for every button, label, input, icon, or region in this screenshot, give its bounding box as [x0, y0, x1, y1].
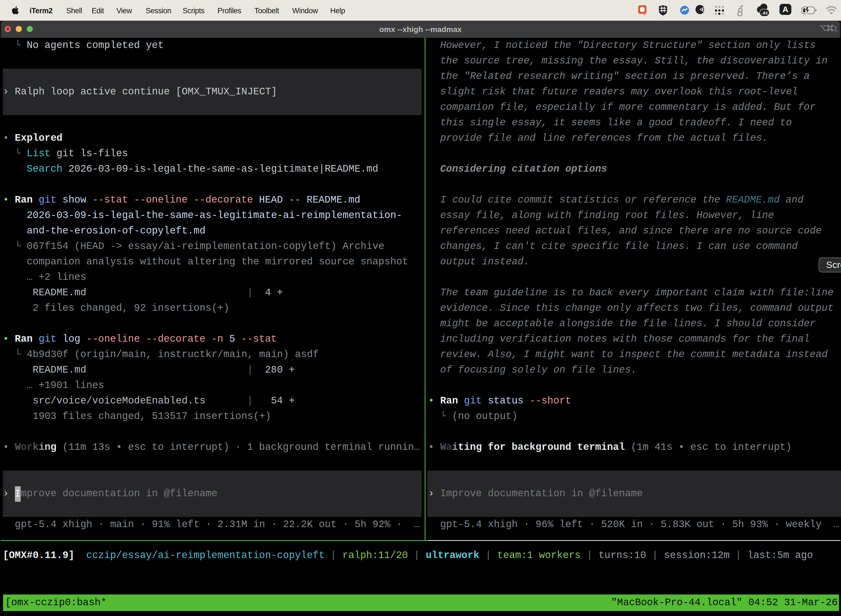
svg-text:..61: ..61 — [761, 10, 768, 15]
